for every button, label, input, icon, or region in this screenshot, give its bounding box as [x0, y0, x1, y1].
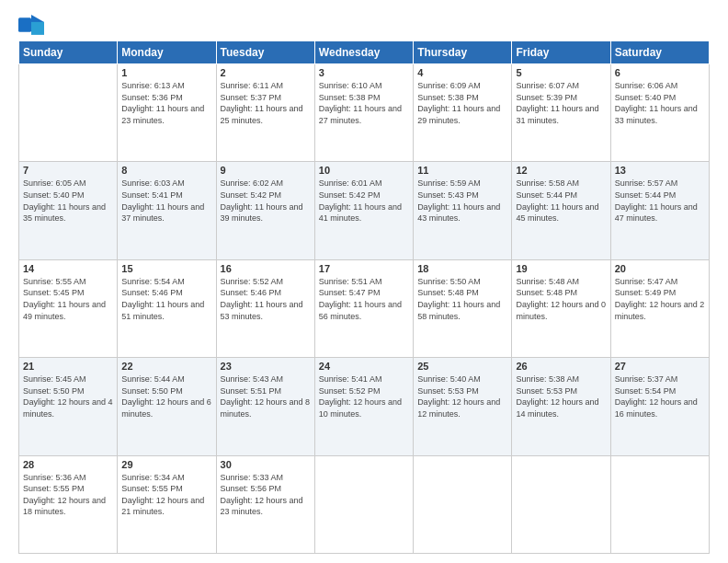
top-area — [18, 15, 710, 35]
daylight-text: Daylight: 11 hours and 37 minutes. — [121, 201, 211, 224]
sunset-text: Sunset: 5:37 PM — [221, 92, 311, 104]
calendar-week-row: 1Sunrise: 6:13 AMSunset: 5:36 PMDaylight… — [19, 64, 710, 162]
calendar-cell: 22Sunrise: 5:44 AMSunset: 5:50 PMDayligh… — [118, 358, 216, 455]
daylight-text: Daylight: 12 hours and 16 minutes. — [615, 396, 705, 419]
calendar-week-row: 14Sunrise: 5:55 AMSunset: 5:45 PMDayligh… — [19, 259, 710, 357]
sunrise-text: Sunrise: 5:54 AM — [121, 276, 211, 288]
day-number: 13 — [615, 165, 705, 176]
day-number: 11 — [417, 165, 507, 176]
day-info: Sunrise: 5:57 AMSunset: 5:44 PMDaylight:… — [615, 178, 705, 224]
calendar-week-row: 28Sunrise: 5:36 AMSunset: 5:55 PMDayligh… — [19, 455, 710, 553]
day-info: Sunrise: 5:36 AMSunset: 5:55 PMDaylight:… — [23, 472, 113, 518]
sunset-text: Sunset: 5:41 PM — [121, 190, 211, 201]
calendar-cell: 17Sunrise: 5:51 AMSunset: 5:47 PMDayligh… — [314, 259, 413, 357]
daylight-text: Daylight: 11 hours and 56 minutes. — [319, 299, 409, 322]
day-info: Sunrise: 6:09 AMSunset: 5:38 PMDaylight:… — [417, 80, 507, 126]
daylight-text: Daylight: 11 hours and 51 minutes. — [121, 299, 211, 322]
day-info: Sunrise: 5:43 AMSunset: 5:51 PMDaylight:… — [221, 373, 311, 419]
weekday-header-monday: Monday — [118, 41, 216, 64]
day-number: 28 — [23, 459, 113, 470]
daylight-text: Daylight: 11 hours and 35 minutes. — [23, 201, 113, 224]
sunset-text: Sunset: 5:48 PM — [516, 287, 606, 299]
day-info: Sunrise: 6:06 AMSunset: 5:40 PMDaylight:… — [615, 80, 705, 126]
sunset-text: Sunset: 5:55 PM — [121, 483, 211, 495]
day-number: 25 — [417, 361, 507, 372]
calendar-week-row: 21Sunrise: 5:45 AMSunset: 5:50 PMDayligh… — [19, 358, 710, 455]
calendar-cell — [512, 455, 610, 553]
daylight-text: Daylight: 11 hours and 39 minutes. — [221, 201, 311, 224]
daylight-text: Daylight: 12 hours and 8 minutes. — [221, 396, 311, 419]
sunrise-text: Sunrise: 5:57 AM — [615, 178, 705, 190]
calendar-cell: 8Sunrise: 6:03 AMSunset: 5:41 PMDaylight… — [118, 162, 216, 259]
sunset-text: Sunset: 5:54 PM — [615, 385, 705, 397]
sunrise-text: Sunrise: 5:37 AM — [615, 373, 705, 385]
daylight-text: Daylight: 11 hours and 29 minutes. — [417, 103, 507, 126]
calendar-week-row: 7Sunrise: 6:05 AMSunset: 5:40 PMDaylight… — [19, 162, 710, 259]
sunrise-text: Sunrise: 5:55 AM — [23, 276, 113, 288]
calendar-cell: 3Sunrise: 6:10 AMSunset: 5:38 PMDaylight… — [314, 64, 413, 162]
day-info: Sunrise: 5:55 AMSunset: 5:45 PMDaylight:… — [23, 276, 113, 322]
sunset-text: Sunset: 5:39 PM — [516, 92, 606, 104]
sunrise-text: Sunrise: 6:03 AM — [121, 178, 211, 190]
sunrise-text: Sunrise: 6:01 AM — [319, 178, 409, 190]
day-number: 15 — [121, 263, 211, 274]
calendar-cell — [414, 455, 512, 553]
daylight-text: Daylight: 11 hours and 43 minutes. — [417, 201, 507, 224]
day-info: Sunrise: 5:52 AMSunset: 5:46 PMDaylight:… — [221, 276, 311, 322]
sunrise-text: Sunrise: 5:45 AM — [23, 373, 113, 385]
sunset-text: Sunset: 5:40 PM — [23, 190, 113, 201]
day-number: 1 — [121, 67, 211, 78]
day-number: 16 — [221, 263, 311, 274]
daylight-text: Daylight: 12 hours and 2 minutes. — [615, 299, 705, 322]
svg-marker-1 — [31, 15, 44, 22]
day-info: Sunrise: 5:58 AMSunset: 5:44 PMDaylight:… — [516, 178, 606, 224]
sunrise-text: Sunrise: 5:59 AM — [417, 178, 507, 190]
logo-icon — [18, 15, 44, 35]
calendar-cell: 14Sunrise: 5:55 AMSunset: 5:45 PMDayligh… — [19, 259, 118, 357]
svg-rect-0 — [18, 17, 31, 32]
calendar-cell — [19, 64, 118, 162]
daylight-text: Daylight: 12 hours and 18 minutes. — [23, 495, 113, 518]
day-number: 21 — [23, 361, 113, 372]
sunset-text: Sunset: 5:45 PM — [23, 287, 113, 299]
sunrise-text: Sunrise: 6:11 AM — [221, 80, 311, 92]
sunset-text: Sunset: 5:38 PM — [319, 92, 409, 104]
calendar-cell: 7Sunrise: 6:05 AMSunset: 5:40 PMDaylight… — [19, 162, 118, 259]
sunrise-text: Sunrise: 5:36 AM — [23, 472, 113, 484]
calendar-cell: 21Sunrise: 5:45 AMSunset: 5:50 PMDayligh… — [19, 358, 118, 455]
sunset-text: Sunset: 5:53 PM — [417, 385, 507, 397]
sunrise-text: Sunrise: 5:51 AM — [319, 276, 409, 288]
weekday-header-tuesday: Tuesday — [216, 41, 314, 64]
day-number: 9 — [221, 165, 311, 176]
calendar-cell: 15Sunrise: 5:54 AMSunset: 5:46 PMDayligh… — [118, 259, 216, 357]
day-info: Sunrise: 5:41 AMSunset: 5:52 PMDaylight:… — [319, 373, 409, 419]
day-number: 29 — [121, 459, 211, 470]
calendar-cell: 9Sunrise: 6:02 AMSunset: 5:42 PMDaylight… — [216, 162, 314, 259]
day-number: 18 — [417, 263, 507, 274]
calendar-cell: 13Sunrise: 5:57 AMSunset: 5:44 PMDayligh… — [610, 162, 709, 259]
day-number: 23 — [221, 361, 311, 372]
calendar-cell — [314, 455, 413, 553]
day-info: Sunrise: 6:10 AMSunset: 5:38 PMDaylight:… — [319, 80, 409, 126]
calendar-cell: 26Sunrise: 5:38 AMSunset: 5:53 PMDayligh… — [512, 358, 610, 455]
daylight-text: Daylight: 12 hours and 23 minutes. — [221, 495, 311, 518]
sunrise-text: Sunrise: 5:44 AM — [121, 373, 211, 385]
svg-marker-2 — [31, 22, 44, 35]
calendar-cell: 23Sunrise: 5:43 AMSunset: 5:51 PMDayligh… — [216, 358, 314, 455]
calendar-cell: 10Sunrise: 6:01 AMSunset: 5:42 PMDayligh… — [314, 162, 413, 259]
calendar-cell: 30Sunrise: 5:33 AMSunset: 5:56 PMDayligh… — [216, 455, 314, 553]
sunset-text: Sunset: 5:53 PM — [516, 385, 606, 397]
page: SundayMondayTuesdayWednesdayThursdayFrid… — [0, 0, 728, 563]
day-info: Sunrise: 5:50 AMSunset: 5:48 PMDaylight:… — [417, 276, 507, 322]
calendar-cell: 25Sunrise: 5:40 AMSunset: 5:53 PMDayligh… — [414, 358, 512, 455]
calendar-cell: 16Sunrise: 5:52 AMSunset: 5:46 PMDayligh… — [216, 259, 314, 357]
day-number: 5 — [516, 67, 606, 78]
day-number: 19 — [516, 263, 606, 274]
sunrise-text: Sunrise: 6:13 AM — [121, 80, 211, 92]
sunrise-text: Sunrise: 5:47 AM — [615, 276, 705, 288]
day-info: Sunrise: 5:59 AMSunset: 5:43 PMDaylight:… — [417, 178, 507, 224]
daylight-text: Daylight: 12 hours and 14 minutes. — [516, 396, 606, 419]
sunset-text: Sunset: 5:48 PM — [417, 287, 507, 299]
day-info: Sunrise: 5:51 AMSunset: 5:47 PMDaylight:… — [319, 276, 409, 322]
daylight-text: Daylight: 12 hours and 10 minutes. — [319, 396, 409, 419]
